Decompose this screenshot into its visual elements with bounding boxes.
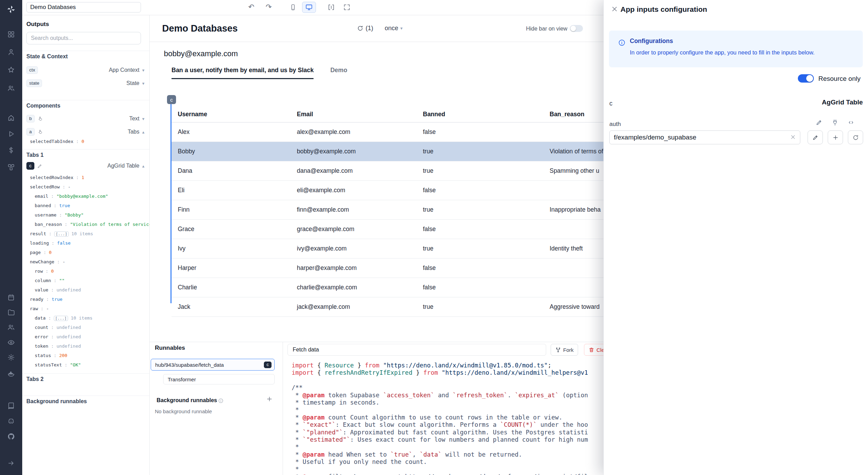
settings-icon[interactable]	[7, 354, 15, 361]
alignment-button[interactable]	[327, 3, 335, 11]
resource-only-toggle[interactable]	[798, 74, 814, 83]
component-badge-c[interactable]: c	[167, 95, 176, 104]
output-row-a[interactable]: aTabs▴	[26, 127, 144, 137]
output-node-data[interactable]: data : [...] 10 items	[22, 313, 149, 323]
component-badge: b	[26, 115, 35, 122]
field-label-auth: auth	[609, 121, 621, 128]
output-node-row[interactable]: row : 0	[22, 266, 149, 276]
output-node-page[interactable]: page : 0	[22, 248, 149, 257]
column-header-banned[interactable]: Banned	[417, 111, 543, 118]
schedule-dropdown[interactable]: once ▾	[385, 25, 403, 32]
add-background-runnable-button[interactable]	[264, 395, 275, 403]
redo-button[interactable]: ↷	[266, 3, 272, 10]
add-resource-button[interactable]	[828, 130, 843, 144]
docker-icon[interactable]	[7, 370, 15, 378]
star-icon[interactable]	[7, 66, 15, 74]
output-node-selectedRowIndex[interactable]: selectedRowIndex : 1	[22, 173, 149, 182]
refresh-count: (1)	[366, 25, 373, 32]
text-component: bobby@example.com	[164, 49, 238, 58]
output-node-value[interactable]: value : undefined	[22, 285, 149, 295]
home-icon[interactable]	[7, 114, 15, 122]
cell-email: ivy@example.com	[291, 245, 417, 252]
output-node-email[interactable]: email : "bobby@example.com"	[22, 192, 149, 201]
runnable-item[interactable]: Transformer	[163, 374, 275, 384]
discord-icon[interactable]	[7, 417, 15, 425]
resource-only-label: Resource only	[818, 75, 860, 83]
section-components: Components	[26, 103, 60, 109]
cell-banned: true	[417, 148, 543, 155]
arrow-right-icon[interactable]	[7, 459, 15, 467]
plug-icon-button[interactable]	[829, 119, 841, 126]
cell-banned: true	[417, 303, 543, 311]
hide-bar-toggle[interactable]	[570, 25, 583, 32]
column-header-username[interactable]: Username	[172, 111, 291, 118]
cell-username: Finn	[172, 206, 291, 213]
divider	[22, 100, 149, 100]
column-header-email[interactable]: Email	[291, 111, 417, 118]
output-node-token[interactable]: token : undefined	[22, 341, 149, 351]
output-node-result[interactable]: result : [...] 10 items	[22, 229, 149, 238]
eye-icon[interactable]	[7, 339, 15, 346]
dollar-icon[interactable]	[7, 146, 15, 154]
left-rail	[0, 0, 22, 475]
resource-input[interactable]	[609, 130, 800, 144]
output-row-c[interactable]: cAgGrid Table▴	[26, 161, 144, 171]
output-node-username[interactable]: username : "Bobby"	[22, 210, 149, 220]
component-badge: state	[26, 79, 42, 87]
refresh-button[interactable]: (1)	[357, 25, 373, 32]
fork-button[interactable]: Fork	[551, 344, 578, 356]
output-node-newChange[interactable]: newChange : -	[22, 257, 149, 266]
search-outputs-input[interactable]	[26, 32, 141, 44]
user-icon[interactable]	[7, 48, 15, 56]
output-node-ban_reason[interactable]: ban_reason : "Violation of terms of serv…	[22, 220, 149, 229]
cell-username: Ivy	[172, 245, 291, 252]
code-editor[interactable]: import { Resource } from "https://deno.l…	[292, 362, 588, 475]
cell-banned: false	[417, 128, 543, 136]
apps-icon[interactable]	[7, 31, 15, 38]
app-name-input[interactable]	[26, 2, 141, 12]
edit-resource-button[interactable]	[808, 130, 823, 144]
code-icon-button[interactable]	[845, 119, 857, 126]
groups-icon[interactable]	[7, 323, 15, 331]
output-node-ready[interactable]: ready : true	[22, 295, 149, 304]
book-icon[interactable]	[7, 402, 15, 409]
preview-tab-2[interactable]: Demo	[330, 67, 347, 79]
pencil-icon[interactable]	[37, 163, 42, 169]
output-node-column[interactable]: column : ""	[22, 276, 149, 285]
output-node-statusText[interactable]: statusText : "OK"	[22, 360, 149, 370]
output-node-status[interactable]: status : 200	[22, 351, 149, 360]
calendar-icon[interactable]	[7, 294, 15, 301]
refresh-resource-button[interactable]	[848, 130, 863, 144]
hub-icon[interactable]	[7, 163, 15, 171]
github-icon[interactable]	[7, 433, 15, 440]
output-row-b[interactable]: bText▾	[26, 114, 144, 124]
app-inputs-drawer: App inputs configuration Configurations …	[603, 0, 868, 475]
output-node-loading[interactable]: loading : false	[22, 238, 149, 248]
output-node-selectedTabIndex[interactable]: selectedTabIndex : 0	[30, 139, 84, 144]
undo-button[interactable]: ↶	[248, 3, 254, 10]
output-node-raw[interactable]: raw : -	[22, 304, 149, 313]
fullscreen-button[interactable]	[343, 3, 351, 11]
output-node-selectedRow[interactable]: selectedRow : -	[22, 182, 149, 192]
desktop-view-button[interactable]	[302, 2, 316, 13]
play-icon[interactable]	[7, 130, 15, 138]
clear-input-icon[interactable]	[788, 134, 798, 141]
edit-mode-icon-button[interactable]	[813, 119, 825, 126]
folder-icon[interactable]	[7, 308, 15, 316]
hide-bar-label: Hide bar on view	[526, 26, 567, 32]
mobile-view-button[interactable]	[290, 4, 297, 11]
cell-email: harper@example.com	[291, 264, 417, 272]
output-row-ctx[interactable]: ctxApp Context▾	[26, 65, 144, 75]
close-button[interactable]	[609, 5, 620, 13]
code-line: import { Resource } from "https://deno.l…	[292, 362, 588, 369]
users-icon[interactable]	[7, 84, 15, 92]
cell-email: finn@example.com	[291, 206, 417, 213]
runnable-item[interactable]: hub/943/supabase/fetch_datac	[151, 359, 275, 371]
windmill-logo-icon[interactable]	[7, 5, 16, 14]
output-node-error[interactable]: error : undefined	[22, 332, 149, 341]
output-node-banned[interactable]: banned : true	[22, 201, 149, 210]
script-name-input[interactable]: Fetch data	[287, 344, 546, 356]
preview-tab-1[interactable]: Ban a user, notify them by email, and us…	[172, 67, 314, 79]
output-row-state[interactable]: stateState▾	[26, 78, 144, 88]
output-node-count[interactable]: count : undefined	[22, 323, 149, 332]
